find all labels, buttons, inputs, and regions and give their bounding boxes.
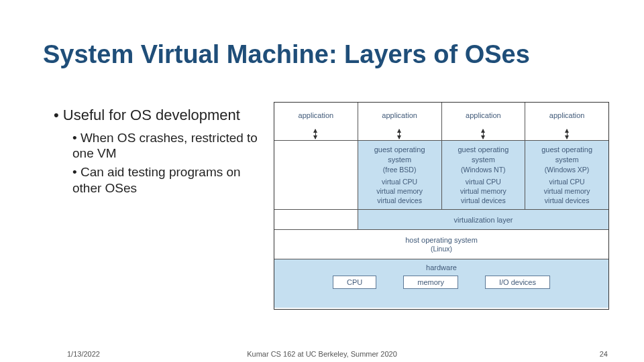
native-gap — [274, 210, 358, 229]
arrow-row — [274, 128, 608, 140]
bullet-list: Useful for OS development When OS crashe… — [54, 106, 268, 196]
app-col-4: application — [525, 103, 608, 128]
vmem-label: virtual memory — [376, 186, 423, 196]
double-arrow-icon — [315, 129, 316, 139]
bullet-level2-b: Can aid testing programs on other OSes — [72, 164, 268, 196]
arrow-cell — [274, 128, 358, 140]
vcpu-label: virtual CPU — [466, 177, 501, 186]
slide-title: System Virtual Machine: Layers of OSes — [43, 40, 530, 69]
applications-row: application application application appl… — [274, 103, 608, 128]
vdev-label: virtual devices — [461, 196, 506, 205]
app-label: application — [382, 111, 417, 119]
app-col-3: application — [442, 103, 526, 128]
guest-os-row: guest operating system (free BSD) virtua… — [274, 140, 608, 210]
guest-os-label: guest operating system — [374, 145, 425, 165]
native-host-column — [274, 141, 358, 209]
host-os-sub: (Linux) — [431, 245, 452, 254]
hw-cpu-box: CPU — [333, 276, 376, 289]
hardware-row: hardware CPU memory I/O devices — [274, 259, 608, 308]
app-label: application — [466, 111, 501, 119]
vcpu-label: virtual CPU — [382, 177, 417, 186]
guest-os-name: (Windows XP) — [545, 165, 590, 174]
bullet-level2-a: When OS crashes, restricted to one VM — [72, 130, 268, 162]
hw-io-box: I/O devices — [485, 276, 550, 289]
app-label: application — [549, 111, 585, 119]
guest-col-winnt: guest operating system (Windows NT) virt… — [442, 141, 526, 209]
virt-layer-box: virtualization layer — [358, 210, 608, 229]
host-os-row: host operating system (Linux) — [274, 230, 608, 259]
virtualization-row: virtualization layer — [274, 210, 608, 230]
vm-layers-diagram: application application application appl… — [274, 102, 609, 310]
arrow-cell — [358, 128, 442, 140]
app-col-2: application — [358, 103, 442, 128]
guest-os-label: guest operating system — [458, 145, 508, 165]
hardware-boxes: CPU memory I/O devices — [333, 276, 550, 289]
hardware-label: hardware — [426, 263, 457, 272]
vdev-label: virtual devices — [377, 196, 422, 205]
arrow-cell — [525, 128, 608, 140]
guest-os-name: (Windows NT) — [461, 165, 506, 174]
host-os-label: host operating system — [405, 235, 478, 245]
app-col-1: application — [274, 103, 358, 128]
footer-page-number: 24 — [600, 350, 608, 358]
guest-col-winxp: guest operating system (Windows XP) virt… — [525, 141, 608, 209]
vcpu-label: virtual CPU — [549, 177, 585, 186]
guest-os-name: (free BSD) — [383, 165, 417, 174]
guest-os-label: guest operating system — [541, 145, 592, 165]
app-label: application — [299, 111, 334, 119]
double-arrow-icon — [567, 129, 568, 139]
hw-memory-box: memory — [403, 276, 458, 289]
vmem-label: virtual memory — [460, 186, 506, 196]
bullet-level1: Useful for OS development — [54, 106, 268, 125]
vdev-label: virtual devices — [545, 196, 590, 205]
guest-col-freebsd: guest operating system (free BSD) virtua… — [358, 141, 442, 209]
double-arrow-icon — [483, 129, 484, 139]
arrow-cell — [442, 128, 526, 140]
footer-center: Kumar CS 162 at UC Berkeley, Summer 2020 — [0, 350, 644, 358]
double-arrow-icon — [399, 129, 400, 139]
virt-layer-label: virtualization layer — [453, 216, 513, 224]
vmem-label: virtual memory — [544, 186, 590, 196]
